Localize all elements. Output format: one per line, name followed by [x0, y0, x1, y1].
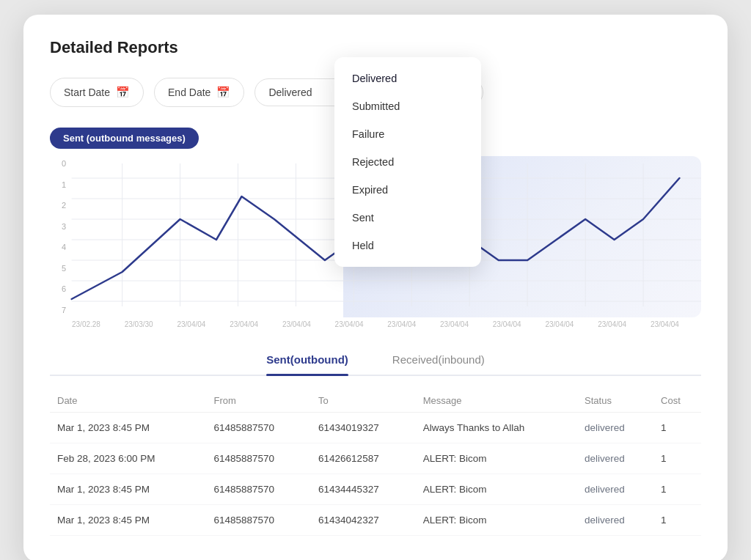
cell-cost: 1	[653, 443, 701, 474]
cell-status: delivered	[577, 505, 653, 536]
status-selected-label: Delivered	[268, 86, 312, 98]
tabs-row: Sent(outbound) Received(inbound)	[50, 346, 701, 376]
x-label-3: 23/04/04	[177, 320, 205, 328]
cell-message: ALERT: Bicom	[416, 505, 577, 536]
table-row: Feb 28, 2023 6:00 PM 61485887570 6142661…	[50, 443, 701, 474]
dropdown-item-submitted[interactable]: Submitted	[334, 92, 481, 120]
x-label-5: 23/04/04	[282, 320, 311, 328]
cell-cost: 1	[653, 413, 701, 443]
table-row: Mar 1, 2023 8:45 PM 61485887570 61434019…	[50, 413, 701, 443]
cell-message: Always Thanks to Allah	[416, 413, 577, 443]
end-date-label: End Date	[168, 86, 210, 98]
x-label-10: 23/04/04	[545, 320, 574, 328]
y-label-3: 3	[50, 222, 66, 231]
table-header-row: Date From To Message Status Cost	[50, 389, 701, 413]
cell-status: delivered	[577, 474, 653, 505]
x-axis: 23/02.28 23/03/30 23/04/04 23/04/04 23/0…	[50, 317, 701, 328]
dropdown-item-sent[interactable]: Sent	[334, 204, 481, 232]
tab-sent-outbound[interactable]: Sent(outbound)	[266, 346, 348, 375]
data-table: Date From To Message Status Cost Mar 1, …	[50, 389, 701, 536]
col-message: Message	[416, 389, 577, 413]
cell-from: 61485887570	[206, 443, 311, 474]
x-label-7: 23/04/04	[387, 320, 416, 328]
page-title: Detailed Reports	[50, 38, 701, 57]
cell-date: Feb 28, 2023 6:00 PM	[50, 443, 206, 474]
x-label-2: 23/03/30	[125, 320, 153, 328]
calendar-icon-end: 📅	[216, 86, 230, 99]
cell-cost: 1	[653, 474, 701, 505]
y-axis: 7 6 5 4 3 2 1 0	[50, 156, 66, 317]
cell-from: 61485887570	[206, 505, 311, 536]
cell-message: ALERT: Bicom	[416, 443, 577, 474]
cell-from: 61485887570	[206, 474, 311, 505]
y-label-6: 6	[50, 284, 66, 293]
cell-from: 61485887570	[206, 413, 311, 443]
y-label-1: 1	[50, 180, 66, 189]
y-label-0: 0	[50, 159, 66, 168]
col-from: From	[206, 389, 311, 413]
cell-status: delivered	[577, 413, 653, 443]
cell-status: delivered	[577, 443, 653, 474]
x-label-9: 23/04/04	[493, 320, 521, 328]
main-card: Detailed Reports Start Date 📅 End Date 📅…	[23, 15, 728, 560]
x-label-4: 23/04/04	[230, 320, 258, 328]
cell-date: Mar 1, 2023 8:45 PM	[50, 413, 206, 443]
calendar-icon: 📅	[116, 86, 130, 99]
dropdown-item-failure[interactable]: Failure	[334, 120, 481, 148]
cell-to: 61434042327	[311, 505, 416, 536]
cell-to: 61434019327	[311, 413, 416, 443]
table-row: Mar 1, 2023 8:45 PM 61485887570 61434445…	[50, 474, 701, 505]
dropdown-item-delivered[interactable]: Delivered	[334, 65, 481, 92]
col-status: Status	[577, 389, 653, 413]
data-table-wrap: Date From To Message Status Cost Mar 1, …	[50, 389, 701, 536]
x-label-1: 23/02.28	[72, 320, 100, 328]
x-label-12: 23/04/04	[651, 320, 679, 328]
chart-label: Sent (outbound messages)	[50, 128, 199, 149]
cell-date: Mar 1, 2023 8:45 PM	[50, 505, 206, 536]
table-row: Mar 1, 2023 8:45 PM 61485887570 61434042…	[50, 505, 701, 536]
cell-message: ALERT: Bicom	[416, 474, 577, 505]
start-date-button[interactable]: Start Date 📅	[50, 78, 144, 107]
y-label-5: 5	[50, 264, 66, 273]
cell-cost: 1	[653, 505, 701, 536]
tab-received-inbound[interactable]: Received(inbound)	[392, 346, 485, 375]
x-label-6: 23/04/04	[335, 320, 364, 328]
x-label-8: 23/04/04	[440, 320, 469, 328]
cell-to: 61434445327	[311, 474, 416, 505]
status-dropdown-menu: Delivered Submitted Failure Rejected Exp…	[334, 57, 481, 267]
y-label-4: 4	[50, 243, 66, 251]
col-cost: Cost	[653, 389, 701, 413]
y-label-2: 2	[50, 201, 66, 210]
dropdown-item-held[interactable]: Held	[334, 232, 481, 259]
dropdown-item-expired[interactable]: Expired	[334, 176, 481, 204]
col-date: Date	[50, 389, 206, 413]
cell-to: 61426612587	[311, 443, 416, 474]
dropdown-item-rejected[interactable]: Rejected	[334, 148, 481, 176]
end-date-button[interactable]: End Date 📅	[154, 78, 244, 107]
col-to: To	[311, 389, 416, 413]
x-label-11: 23/04/04	[598, 320, 626, 328]
y-label-7: 7	[50, 306, 66, 314]
cell-date: Mar 1, 2023 8:45 PM	[50, 474, 206, 505]
start-date-label: Start Date	[64, 86, 110, 98]
